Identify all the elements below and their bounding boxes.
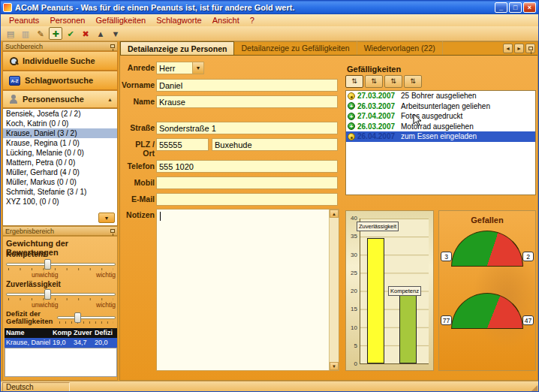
tab-wiedervorlagen[interactable]: Wiedervorlagen (22) [357,41,443,55]
resize-grip-icon[interactable]: ◢ [531,383,537,392]
scroll-down-icon[interactable]: ▼ [330,362,339,370]
status-bar: Deutsch ◢ [1,381,538,392]
toolbar-check-icon[interactable]: ✔ [64,27,77,40]
toolbar-up-icon[interactable]: ▲ [94,27,107,40]
toolbar-edit-icon[interactable]: ✎ [34,27,47,40]
gauge-value: 2 [522,252,534,261]
toolbar-icon-1[interactable]: ▤ [4,27,17,40]
defizit-slider-label: Defizit der Gefälligkeiten [6,310,54,325]
name-field[interactable] [156,95,338,108]
rating-bar-chart: 0510152025303540 Zuverlässigkeit Kompete… [345,210,434,371]
toolbar-add-icon[interactable]: ✚ [49,27,62,40]
maximize-button[interactable]: □ [509,2,522,13]
person-list-dropdown-button[interactable]: ▼ [98,213,115,223]
toolbar-delete-icon[interactable]: ✖ [79,27,92,40]
list-item[interactable]: + 26.03.2007 Arbeitsunterlagen geliehen [346,101,535,112]
list-item[interactable]: + 26.03.2007 Motorrad ausgeliehen [346,122,535,132]
language-status: Deutsch [2,382,70,392]
list-item[interactable]: + 26.04.2007 zum Essen eingeladen [346,131,535,142]
slider-thumb[interactable] [44,259,51,270]
person-row[interactable]: Müller, Markus (0 / 0) [3,177,117,187]
favors-title: Gefälligkeiten [347,65,401,74]
telefon-field[interactable] [156,160,338,173]
az-icon: A-Z [9,76,20,86]
bar-label-zuverlaessigkeit: Zuverlässigkeit [357,222,399,231]
favor-sort-button-3[interactable]: ⇅ [384,75,402,88]
person-row[interactable]: Krause, Daniel (3 / 2) [3,128,117,138]
gauge-value: 77 [441,315,452,325]
strasse-field[interactable] [156,122,338,134]
bar-label-kompetenz: Kompetenz [388,286,421,296]
tab-detail-gefaelligkeiten[interactable]: Detailanzeige zu Gefälligkeiten [234,41,357,55]
menu-personen[interactable]: Personen [44,15,90,26]
menu-gefaelligkeiten[interactable]: Gefälligkeiten [90,15,151,26]
keyword-search-button[interactable]: A-Z Schlagwortsuche [2,71,118,90]
list-item[interactable]: + 27.03.2007 25 Bohrer ausgeliehen [346,91,535,101]
person-row[interactable]: Lücking, Melanie (0 / 0) [3,148,117,158]
person-row[interactable]: XYZ 100, (0 / 0) [3,197,117,207]
table-row[interactable]: Krause, Daniel 19,0 34,7 20,0 [5,338,117,348]
person-row[interactable]: Müller, Gerhard (4 / 0) [3,167,117,177]
person-row[interactable]: Schmidt, Stefanie (3 / 1) [3,187,117,197]
mouse-cursor [413,113,422,127]
ort-field[interactable] [212,138,338,151]
collapse-up-icon[interactable]: ▲ [107,97,113,102]
tab-scroll-left-button[interactable]: ◄ [503,44,513,53]
pin-icon[interactable] [110,44,115,48]
email-label: E-Mail [122,194,155,204]
toolbar-down-icon[interactable]: ▼ [109,27,122,40]
gefallen-panel: Gefallen 3 2 77 47 [438,210,536,371]
kompetenz-slider-label: Kompetenz [6,250,47,258]
app-icon [3,3,12,12]
favors-toolbar: ⇅ ⇅ ⇅ ⇅ [345,75,422,88]
person-row[interactable]: Krause, Regina (1 / 0) [3,138,117,148]
chevron-down-icon[interactable]: ▼ [192,62,203,74]
menu-peanuts[interactable]: Peanuts [4,15,44,26]
minimize-button[interactable]: _ [495,2,507,13]
menu-ansicht[interactable]: Ansicht [207,15,245,26]
zuverlaessigkeit-slider[interactable] [6,289,116,300]
defizit-slider[interactable] [57,312,116,324]
favor-sort-button-4[interactable]: ⇅ [404,75,422,88]
person-search-header[interactable]: Personensuche ▲ [2,90,118,108]
list-item[interactable]: + 27.04.2007 Fotos ausgedruckt [346,111,535,122]
slider-thumb[interactable] [44,289,51,300]
close-button[interactable]: × [523,2,536,13]
menu-help[interactable]: ? [245,15,260,26]
menu-schlagworte[interactable]: Schlagworte [151,15,207,26]
kompetenz-slider[interactable] [6,259,116,270]
person-row[interactable]: Mattern, Petra (0 / 0) [3,158,117,167]
mobil-label: Mobil [122,178,155,187]
pin-icon[interactable] [110,229,115,233]
search-panel-caption: Suchbereich [2,41,118,51]
title-bar: ACoM Peanuts - Was für die einen Peanuts… [1,1,538,14]
tab-detail-personen[interactable]: Detailanzeige zu Personen [120,41,234,55]
tab-scroll-right-button[interactable]: ► [514,44,524,53]
scroll-up-icon[interactable]: ▲ [330,210,339,218]
favor-sort-button-1[interactable]: ⇅ [345,75,363,88]
notizen-field[interactable]: ▲ ▼ [156,209,339,371]
detail-area: Detailanzeige zu Personen Detailanzeige … [119,41,538,381]
individual-search-button[interactable]: Individuelle Suche [2,51,118,71]
person-row[interactable]: Koch, Katrin (0 / 0) [3,119,117,128]
favor-list: + 27.03.2007 25 Bohrer ausgeliehen + 26.… [345,90,536,195]
vorname-field[interactable] [156,79,338,92]
anrede-select[interactable]: Herr ▼ [156,62,204,74]
plz-field[interactable] [156,138,209,151]
vorname-label: Vorname [122,80,155,89]
favor-sort-button-2[interactable]: ⇅ [365,75,383,88]
results-panel: Gewichtung der Bewertungen Kompetenz unw… [2,236,118,381]
tab-pin-button[interactable] [525,44,535,53]
app-window: ACoM Peanuts - Was für die einen Peanuts… [0,0,539,392]
mobil-field[interactable] [156,176,338,189]
notizen-scrollbar[interactable]: ▲ ▼ [329,210,339,370]
email-field[interactable] [156,193,338,206]
gauge-value: 47 [522,315,534,325]
toolbar-icon-2[interactable]: ▥ [19,27,32,40]
person-row[interactable]: Bensiek, Josefa (2 / 2) [3,109,117,119]
bar-kompetenz [399,294,417,363]
bar-zuverlaessigkeit [367,238,384,363]
zuverlaessigkeit-slider-label: Zuverlässigkeit [6,280,61,288]
slider-thumb[interactable] [74,312,81,323]
results-table-header: Name Komp Zuver Defizi [5,328,117,338]
